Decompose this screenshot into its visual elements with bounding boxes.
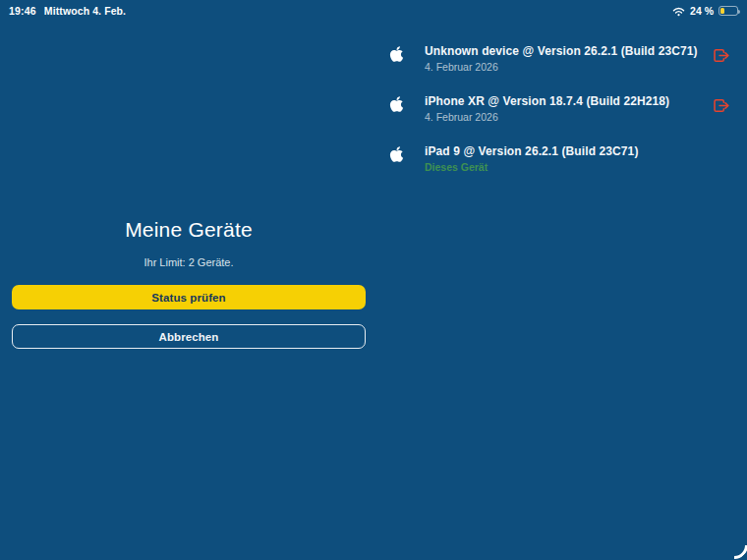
wifi-icon [672, 6, 685, 17]
device-date: 4. Februar 2026 [425, 111, 702, 123]
device-info: Unknown device @ Version 26.2.1 (Build 2… [425, 44, 702, 73]
crescent-arc-icon [715, 526, 747, 560]
device-info: iPhone XR @ Version 18.7.4 (Build 22H218… [425, 94, 702, 123]
device-title: Unknown device @ Version 26.2.1 (Build 2… [425, 44, 702, 58]
apple-logo-icon [389, 45, 404, 63]
sign-out-device-button[interactable] [710, 95, 733, 115]
battery-percent-label: 24 % [690, 5, 714, 17]
device-date: 4. Februar 2026 [425, 61, 702, 73]
status-bar-right: 24 % [672, 5, 738, 17]
apple-logo-icon [389, 95, 404, 113]
device-info: iPad 9 @ Version 26.2.1 (Build 23C71) Di… [425, 144, 735, 173]
device-title: iPhone XR @ Version 18.7.4 (Build 22H218… [425, 94, 702, 108]
sign-out-device-button[interactable] [710, 45, 733, 65]
current-device-label: Dieses Gerät [425, 161, 735, 173]
device-row: Unknown device @ Version 26.2.1 (Build 2… [383, 44, 735, 76]
my-devices-panel: Meine Geräte Ihr Limit: 2 Geräte. Status… [12, 218, 366, 349]
status-bar: 19:46 Mittwoch 4. Feb. 24 % [0, 0, 747, 22]
battery-icon [718, 6, 738, 16]
sign-out-arrow-icon [711, 47, 732, 64]
device-list: Unknown device @ Version 26.2.1 (Build 2… [383, 44, 735, 195]
clock: 19:46 [9, 5, 36, 17]
sign-out-arrow-icon [711, 97, 732, 114]
device-management-screen: 19:46 Mittwoch 4. Feb. 24 % [0, 0, 747, 560]
device-row: iPhone XR @ Version 18.7.4 (Build 22H218… [383, 94, 735, 126]
device-row: iPad 9 @ Version 26.2.1 (Build 23C71) Di… [383, 144, 735, 176]
apple-logo-icon [389, 145, 404, 163]
check-status-button[interactable]: Status prüfen [12, 285, 366, 309]
battery-nub [738, 10, 740, 14]
date-label: Mittwoch 4. Feb. [44, 5, 126, 17]
battery-fill [720, 8, 724, 14]
device-limit-label: Ihr Limit: 2 Geräte. [12, 256, 366, 269]
cancel-button[interactable]: Abbrechen [12, 324, 366, 349]
status-bar-left: 19:46 Mittwoch 4. Feb. [9, 5, 126, 17]
page-title: Meine Geräte [12, 218, 366, 242]
device-title: iPad 9 @ Version 26.2.1 (Build 23C71) [425, 144, 735, 158]
